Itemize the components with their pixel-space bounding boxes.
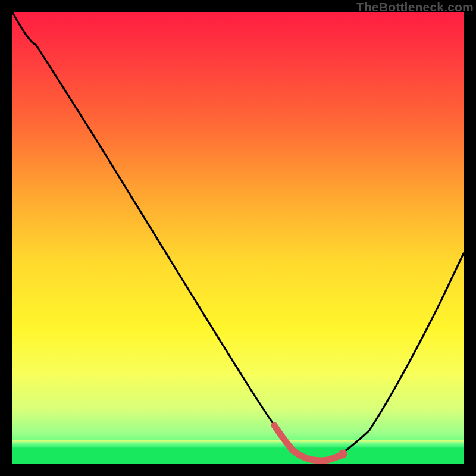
watermark-text: TheBottleneck.com — [356, 0, 474, 14]
chart-frame — [12, 12, 464, 464]
optimal-point-dot — [339, 450, 347, 459]
bottleneck-curve — [12, 12, 464, 461]
optimal-range-highlight — [274, 425, 342, 461]
chart-svg — [12, 12, 464, 464]
